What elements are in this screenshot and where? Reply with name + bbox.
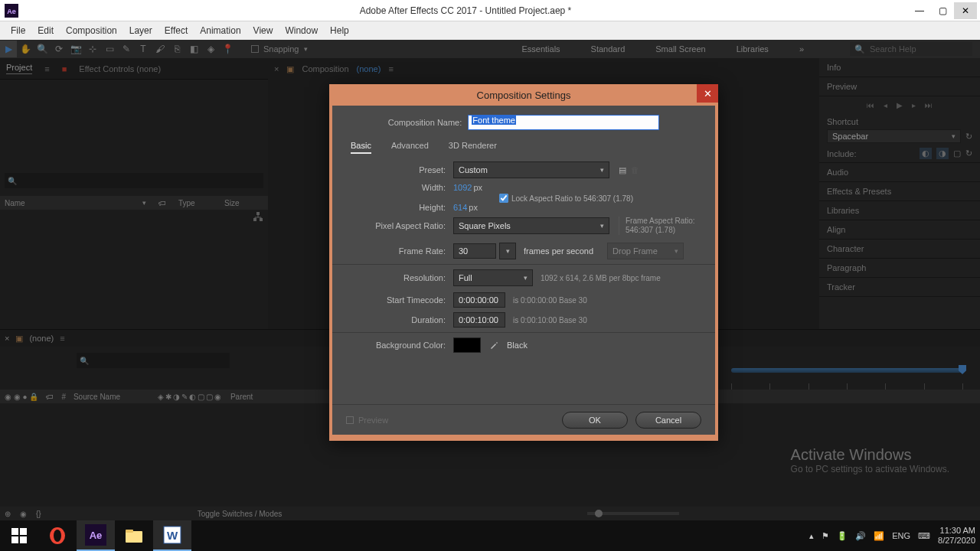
lock-aspect-label: Lock Aspect Ratio to 546:307 (1.78) — [511, 194, 633, 203]
delete-preset-icon: 🗑 — [631, 165, 639, 174]
svg-rect-7 — [11, 536, 18, 543]
taskbar-after-effects-icon[interactable]: Ae — [77, 520, 115, 551]
tray-keyboard-icon[interactable]: ⌨ — [918, 531, 930, 541]
menu-layer[interactable]: Layer — [123, 21, 158, 40]
cancel-button[interactable]: Cancel — [635, 412, 701, 429]
far-label: Frame Aspect Ratio: — [626, 217, 695, 226]
menu-file[interactable]: File — [5, 21, 31, 40]
taskbar-opera-icon[interactable] — [38, 520, 77, 551]
menu-edit[interactable]: Edit — [31, 21, 60, 40]
fps-value: 30 — [459, 246, 468, 256]
duration-value: 0:00:10:00 — [459, 315, 498, 324]
taskbar-word-icon[interactable]: W — [153, 520, 191, 551]
dropframe-dropdown: Drop Frame▾ — [607, 243, 684, 259]
start-tc-hint: is 0:00:00:00 Base 30 — [513, 296, 587, 305]
fps-input[interactable]: 30 — [453, 243, 496, 259]
resolution-label: Resolution: — [346, 273, 453, 282]
resolution-dropdown[interactable]: Full▾ — [453, 269, 533, 286]
menubar: File Edit Composition Layer Effect Anima… — [0, 21, 980, 40]
height-label: Height: — [346, 203, 453, 212]
resolution-value: Full — [459, 273, 472, 282]
duration-input[interactable]: 0:00:10:00 — [453, 312, 505, 328]
composition-settings-dialog: Composition Settings ✕ Composition Name:… — [329, 84, 718, 441]
menu-effect[interactable]: Effect — [158, 21, 194, 40]
svg-rect-14 — [126, 530, 133, 533]
window-minimize-button[interactable]: — — [908, 2, 931, 19]
svg-text:Ae: Ae — [7, 8, 16, 15]
start-tc-label: Start Timecode: — [346, 295, 453, 305]
svg-rect-6 — [20, 528, 27, 535]
lock-aspect-checkbox[interactable]: Lock Aspect Ratio to 546:307 (1.78) — [499, 194, 633, 203]
window-close-button[interactable]: ✕ — [954, 2, 977, 19]
bgcolor-label: Background Color: — [346, 341, 453, 350]
par-value: Square Pixels — [459, 221, 511, 230]
bgcolor-swatch[interactable] — [453, 337, 481, 353]
menu-help[interactable]: Help — [324, 21, 355, 40]
tray-clock[interactable]: 11:30 AM 8/27/2020 — [938, 526, 975, 546]
tray-time: 11:30 AM — [938, 526, 975, 536]
tray-network-icon[interactable]: 📶 — [874, 531, 884, 541]
preset-label: Preset: — [346, 165, 453, 174]
far-value: 546:307 (1.78) — [626, 226, 695, 235]
comp-name-label: Composition Name: — [388, 118, 469, 127]
start-button[interactable] — [0, 520, 38, 551]
par-label: Pixel Aspect Ratio: — [346, 221, 453, 230]
fps-dropdown-toggle[interactable]: ▾ — [499, 243, 516, 259]
ok-button[interactable]: OK — [562, 412, 628, 429]
tray-lang[interactable]: ENG — [892, 531, 910, 540]
menu-window[interactable]: Window — [279, 21, 324, 40]
window-title: Adobe After Effects CC 2017 - Untitled P… — [23, 5, 908, 16]
preset-dropdown[interactable]: Custom▾ — [453, 161, 609, 178]
start-tc-input[interactable]: 0:00:00:00 — [453, 292, 505, 308]
tray-flag-icon[interactable]: ⚑ — [822, 531, 829, 541]
preview-label: Preview — [358, 416, 388, 425]
window-titlebar: Ae Adobe After Effects CC 2017 - Untitle… — [0, 0, 980, 21]
dialog-title: Composition Settings — [477, 90, 571, 101]
tab-3d-renderer[interactable]: 3D Renderer — [449, 141, 497, 154]
dropframe-value: Drop Frame — [612, 246, 658, 256]
svg-text:Ae: Ae — [90, 530, 103, 541]
save-preset-icon[interactable]: ▤ — [619, 165, 626, 175]
taskbar-explorer-icon[interactable] — [115, 520, 153, 551]
fps-label: Frame Rate: — [346, 246, 453, 256]
tray-battery-icon[interactable]: 🔋 — [837, 531, 848, 541]
tab-basic[interactable]: Basic — [351, 141, 371, 154]
start-tc-value: 0:00:00:00 — [459, 295, 498, 305]
comp-name-input[interactable]: Font theme — [468, 115, 659, 130]
height-value[interactable]: 614 — [453, 203, 467, 212]
svg-rect-13 — [126, 531, 142, 543]
svg-point-10 — [54, 530, 61, 542]
par-dropdown[interactable]: Square Pixels▾ — [453, 217, 609, 234]
preset-value: Custom — [459, 165, 488, 174]
resolution-hint: 1092 x 614, 2.6 MB per 8bpc frame — [541, 274, 661, 282]
svg-rect-8 — [20, 536, 27, 543]
width-value[interactable]: 1092 — [453, 183, 472, 192]
width-unit: px — [473, 183, 482, 192]
lock-aspect-input[interactable] — [499, 194, 508, 203]
menu-composition[interactable]: Composition — [60, 21, 123, 40]
eyedropper-icon[interactable] — [487, 338, 501, 352]
fps-unit: frames per second — [524, 246, 593, 256]
bgcolor-name: Black — [507, 341, 528, 350]
svg-text:W: W — [167, 529, 178, 542]
comp-name-value: Font theme — [472, 116, 516, 125]
width-label: Width: — [346, 183, 453, 192]
height-unit: px — [469, 203, 478, 212]
tray-up-icon[interactable]: ▴ — [809, 531, 814, 541]
tab-advanced[interactable]: Advanced — [391, 141, 429, 154]
duration-hint: is 0:00:10:00 Base 30 — [513, 316, 587, 324]
svg-rect-5 — [11, 528, 18, 535]
duration-label: Duration: — [346, 315, 453, 324]
windows-taskbar: Ae W ▴ ⚑ 🔋 🔊 📶 ENG ⌨ 11:30 AM 8/27/2020 — [0, 520, 980, 551]
dialog-close-button[interactable]: ✕ — [697, 84, 718, 103]
menu-view[interactable]: View — [247, 21, 279, 40]
window-maximize-button[interactable]: ▢ — [931, 2, 954, 19]
tray-date: 8/27/2020 — [938, 536, 975, 546]
app-logo-icon: Ae — [5, 4, 18, 18]
preview-checkbox: Preview — [346, 416, 388, 425]
menu-animation[interactable]: Animation — [194, 21, 247, 40]
tray-volume-icon[interactable]: 🔊 — [855, 531, 866, 541]
